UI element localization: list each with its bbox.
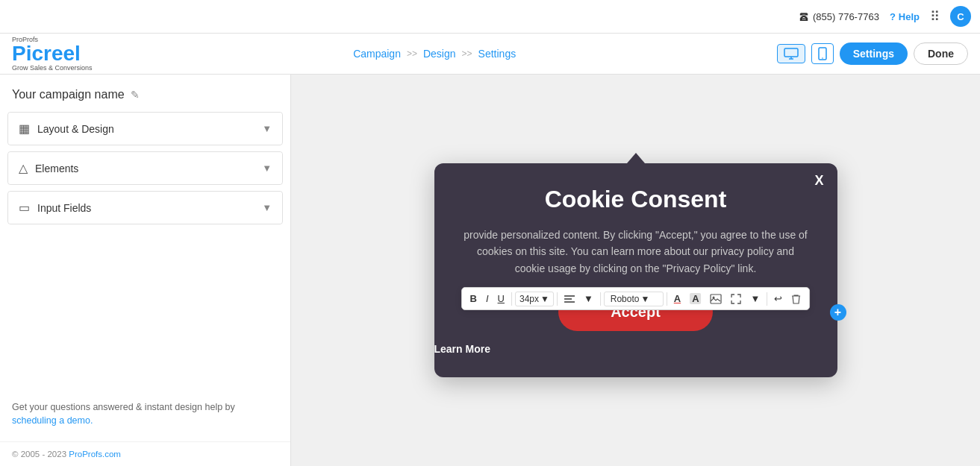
svg-rect-6	[711, 295, 722, 303]
layout-design-header[interactable]: ▦ Layout & Design ▼	[8, 113, 282, 145]
popup-card: X Cookie Consent provide personalized co…	[434, 163, 837, 377]
phone-link[interactable]: 🕿 (855) 776-7763	[799, 11, 879, 22]
elements-section: △ Elements ▼	[7, 151, 283, 185]
underline-button[interactable]: U	[494, 291, 508, 306]
sidebar: Your campaign name ✎ ▦ Layout & Design ▼…	[0, 75, 291, 466]
logo-tagline: Grow Sales & Conversions	[12, 64, 93, 72]
breadcrumb: Campaign >> Design >> Settings	[353, 48, 516, 60]
undo-icon: ↩	[774, 293, 782, 304]
help-circle-icon: ?	[890, 11, 896, 22]
logo-big: Picreel	[12, 43, 93, 64]
italic-button[interactable]: I	[482, 291, 493, 306]
main-content: B I U 34px ▼ ▼ Roboto ▼	[291, 75, 980, 466]
mobile-device-btn[interactable]	[811, 43, 834, 64]
popup-triangle	[627, 153, 645, 163]
learn-more-button[interactable]: Learn More	[434, 343, 490, 355]
resize-btn[interactable]	[728, 292, 746, 306]
elements-label: Elements	[35, 163, 78, 174]
layout-icon: ▦	[19, 122, 30, 136]
nav-actions: Settings Done	[777, 42, 968, 65]
toolbar-divider-2	[557, 292, 558, 306]
help-label: Help	[899, 11, 920, 22]
input-fields-chevron: ▼	[262, 202, 272, 213]
input-fields-icon: ▭	[19, 201, 30, 215]
proprofs-link[interactable]: ProProfs.com	[69, 450, 121, 459]
elements-header[interactable]: △ Elements ▼	[8, 152, 282, 184]
footer-text: © 2005 - 2023	[12, 450, 69, 459]
sidebar-help: Get your questions answered & instant de…	[0, 387, 290, 442]
text-editor-toolbar: B I U 34px ▼ ▼ Roboto ▼	[461, 287, 811, 310]
sep2: >>	[462, 48, 472, 59]
sidebar-footer: © 2005 - 2023 ProProfs.com	[0, 441, 290, 466]
phone-icon: 🕿	[799, 11, 809, 22]
image-icon	[711, 294, 722, 304]
settings-button[interactable]: Settings	[840, 42, 908, 65]
elements-chevron: ▼	[262, 163, 272, 174]
delete-btn[interactable]	[787, 292, 805, 306]
desktop-icon	[784, 48, 799, 60]
phone-number: (855) 776-7763	[813, 11, 879, 22]
logo-area: ProProfs Picreel Grow Sales & Conversion…	[12, 36, 93, 72]
align-dropdown-btn[interactable]: ▼	[580, 291, 597, 306]
input-fields-left: ▭ Input Fields	[19, 201, 91, 215]
popup-title: Cookie Consent	[434, 163, 837, 227]
top-bar-right: 🕿 (855) 776-7763 ? Help ⠿ C	[799, 6, 971, 27]
input-fields-section: ▭ Input Fields ▼	[7, 191, 283, 224]
layout-design-chevron: ▼	[262, 123, 272, 134]
grid-icon[interactable]: ⠿	[930, 8, 940, 25]
text-color-icon: A	[674, 293, 681, 304]
font-family-dropdown[interactable]: Roboto ▼	[604, 292, 664, 306]
scheduling-link[interactable]: scheduling a demo.	[12, 415, 93, 426]
edit-icon[interactable]: ✎	[131, 89, 140, 101]
user-avatar[interactable]: C	[950, 6, 971, 27]
svg-rect-0	[784, 48, 798, 57]
undo-btn[interactable]: ↩	[770, 291, 786, 306]
popup-body: provide personalized content. By clickin…	[434, 227, 837, 293]
popup-close-button[interactable]: X	[814, 174, 823, 187]
main-nav: ProProfs Picreel Grow Sales & Conversion…	[0, 34, 980, 75]
top-bar: 🕿 (855) 776-7763 ? Help ⠿ C	[0, 0, 980, 34]
bg-color-btn[interactable]: A	[686, 291, 705, 306]
trash-icon	[791, 294, 801, 304]
svg-point-2	[822, 57, 823, 59]
input-fields-header[interactable]: ▭ Input Fields ▼	[8, 192, 282, 224]
toolbar-divider-4	[667, 292, 667, 306]
breadcrumb-campaign[interactable]: Campaign	[353, 48, 401, 60]
toolbar-divider-5	[767, 292, 767, 306]
layout-design-section: ▦ Layout & Design ▼	[7, 112, 283, 145]
font-size-chevron: ▼	[540, 294, 549, 304]
font-family-value: Roboto	[611, 294, 640, 304]
font-family-chevron: ▼	[640, 294, 649, 304]
align-chevron: ▼	[584, 293, 593, 304]
elements-left: △ Elements	[19, 161, 78, 175]
desktop-device-btn[interactable]	[777, 44, 805, 63]
resize-icon	[731, 294, 742, 304]
elements-icon: △	[19, 161, 28, 175]
breadcrumb-settings[interactable]: Settings	[478, 48, 516, 60]
align-icon	[564, 295, 575, 303]
layout: Your campaign name ✎ ▦ Layout & Design ▼…	[0, 75, 980, 466]
input-fields-label: Input Fields	[37, 202, 91, 214]
font-size-dropdown[interactable]: 34px ▼	[515, 292, 554, 306]
resize-chevron: ▼	[751, 293, 761, 304]
sep1: >>	[407, 48, 417, 59]
campaign-name-row: Your campaign name ✎	[0, 84, 290, 112]
toolbar-divider-1	[511, 292, 512, 306]
image-btn[interactable]	[707, 292, 726, 306]
breadcrumb-design[interactable]: Design	[423, 48, 456, 60]
done-button[interactable]: Done	[914, 42, 968, 65]
layout-design-label: Layout & Design	[37, 123, 114, 135]
layout-design-left: ▦ Layout & Design	[19, 122, 114, 136]
resize-dropdown-btn[interactable]: ▼	[747, 291, 764, 306]
mobile-icon	[818, 47, 827, 60]
text-align-btn[interactable]	[561, 292, 578, 306]
campaign-name: Your campaign name	[12, 88, 125, 101]
popup-plus-icon[interactable]: +	[830, 304, 846, 321]
bg-color-icon: A	[690, 293, 701, 304]
help-link[interactable]: ? Help	[890, 11, 920, 22]
text-color-btn[interactable]: A	[670, 291, 684, 306]
help-text: Get your questions answered & instant de…	[12, 402, 235, 412]
bold-button[interactable]: B	[466, 291, 481, 306]
toolbar-divider-3	[600, 292, 601, 306]
font-size-value: 34px	[519, 294, 539, 304]
